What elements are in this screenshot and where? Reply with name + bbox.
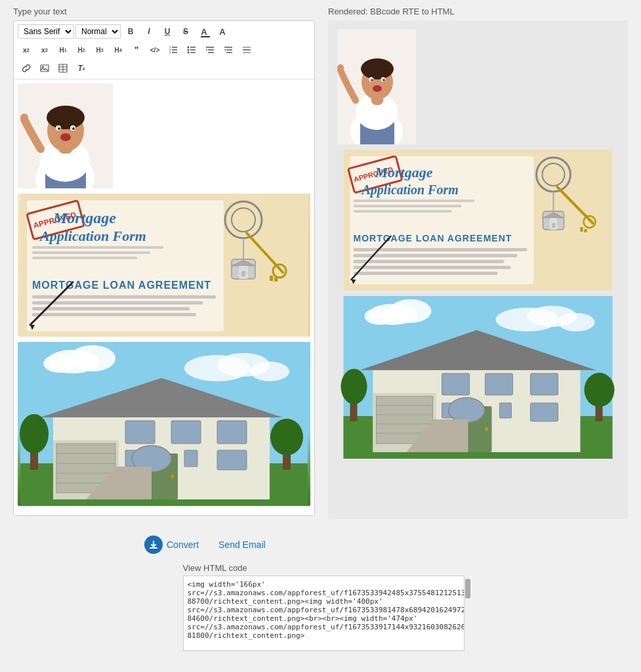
html-code-wrapper <box>183 576 472 653</box>
h4-button[interactable]: H4 <box>110 42 127 58</box>
person-svg-right <box>337 30 416 144</box>
html-code-textarea[interactable] <box>183 576 472 651</box>
font-family-select[interactable]: Sans Serif <box>18 24 74 39</box>
indent-decrease-icon <box>205 45 215 54</box>
ordered-list-icon: 123 <box>169 45 178 54</box>
ordered-list-button[interactable]: 123 <box>165 42 182 58</box>
image-icon <box>40 64 49 73</box>
subscript-button[interactable]: x2 <box>36 42 53 58</box>
svg-text:3: 3 <box>169 51 171 54</box>
svg-point-35 <box>47 106 85 129</box>
svg-point-97 <box>270 419 303 455</box>
svg-rect-50 <box>32 257 137 259</box>
house-svg-right <box>337 296 619 459</box>
font-color-swatch: A <box>201 27 207 37</box>
toolbar: Sans Serif Normal B I U S A A <box>14 21 314 79</box>
svg-rect-130 <box>581 227 583 232</box>
svg-rect-48 <box>32 246 163 249</box>
scrollbar[interactable] <box>464 576 472 651</box>
svg-rect-66 <box>32 313 196 316</box>
svg-rect-131 <box>585 229 587 232</box>
indent-increase-button[interactable] <box>220 42 237 58</box>
svg-rect-89 <box>217 421 247 444</box>
toolbar-row-1: Sans Serif Normal B I U S A A <box>18 24 310 39</box>
house-svg-left <box>18 342 310 506</box>
hr-icon <box>242 45 251 54</box>
unordered-list-icon <box>187 45 196 54</box>
svg-text:MORTGAGE LOAN AGREEMENT: MORTGAGE LOAN AGREEMENT <box>32 280 211 291</box>
h1-button[interactable]: H1 <box>54 42 72 58</box>
svg-rect-88 <box>171 421 201 444</box>
svg-point-41 <box>20 114 28 121</box>
bold-button[interactable]: B <box>122 24 139 39</box>
font-color-button[interactable]: A <box>196 24 213 39</box>
svg-rect-158 <box>442 373 470 395</box>
svg-rect-162 <box>500 403 512 418</box>
toolbar-row-3: Tx <box>18 60 310 76</box>
left-panel: Type your text Sans Serif Normal B I U S <box>13 7 315 522</box>
svg-point-142 <box>390 299 432 323</box>
svg-rect-92 <box>217 450 247 470</box>
image-button[interactable] <box>36 60 53 76</box>
indent-increase-icon <box>224 45 233 54</box>
svg-marker-15 <box>206 49 207 51</box>
highlight-letter: A <box>219 27 225 37</box>
svg-text:MORTGAGE LOAN AGREEMENT: MORTGAGE LOAN AGREEMENT <box>354 233 512 243</box>
code-button[interactable]: </> <box>146 42 163 58</box>
editor-content[interactable]: APPROVED Mortgage Application Form <box>14 79 314 515</box>
rendered-person-image <box>337 30 416 144</box>
blockquote-button[interactable]: " <box>128 42 145 58</box>
svg-point-146 <box>558 313 595 331</box>
download-icon <box>149 540 158 549</box>
svg-point-10 <box>188 49 190 51</box>
highlight-button[interactable]: A <box>214 24 231 39</box>
unordered-list-button[interactable] <box>183 42 200 58</box>
underline-button[interactable]: U <box>159 24 176 39</box>
h3-button[interactable]: H3 <box>91 42 108 58</box>
mortgage-doc-svg-right: APPROVED Mortgage Application Form <box>337 150 619 291</box>
svg-rect-61 <box>274 278 278 282</box>
h2-button[interactable]: H2 <box>73 42 90 58</box>
strikethrough-button[interactable]: S <box>177 24 194 39</box>
scrollbar-thumb <box>465 579 470 598</box>
send-email-button[interactable]: Send Email <box>218 539 266 550</box>
svg-rect-120 <box>354 210 452 213</box>
font-color-letter: A <box>201 27 207 37</box>
convert-icon <box>144 536 163 554</box>
indent-decrease-button[interactable] <box>201 42 218 58</box>
svg-rect-137 <box>354 272 498 275</box>
svg-point-110 <box>383 79 385 81</box>
svg-rect-49 <box>32 251 150 254</box>
toolbar-row-2: x2 x2 H1 H2 H3 H4 " </> 123 <box>18 42 310 58</box>
convert-button[interactable]: Convert <box>144 536 199 554</box>
rich-text-editor[interactable]: Sans Serif Normal B I U S A A <box>13 20 315 516</box>
font-size-select[interactable]: Normal <box>75 24 121 39</box>
editor-person-image <box>18 83 113 188</box>
svg-rect-160 <box>531 373 558 395</box>
svg-text:Application Form: Application Form <box>361 182 459 198</box>
svg-rect-163 <box>531 403 558 421</box>
svg-point-9 <box>188 47 190 49</box>
svg-point-111 <box>337 64 344 71</box>
svg-marker-19 <box>224 49 226 51</box>
html-code-section: View HTML code <box>170 563 472 653</box>
svg-rect-134 <box>354 254 518 257</box>
convert-label: Convert <box>167 539 199 550</box>
person-svg <box>18 83 113 188</box>
superscript-button[interactable]: x2 <box>18 42 35 58</box>
bottom-section: Convert Send Email View HTML code <box>0 529 641 660</box>
svg-rect-60 <box>270 276 273 281</box>
horizontal-rule-button[interactable] <box>238 42 255 58</box>
svg-rect-135 <box>354 260 505 263</box>
right-panel: Rendered: BBcode RTE to HTML <box>328 7 628 522</box>
svg-point-11 <box>188 52 190 54</box>
italic-button[interactable]: I <box>140 24 157 39</box>
link-button[interactable] <box>18 60 35 76</box>
mortgage-doc-svg: APPROVED Mortgage Application Form <box>18 194 310 337</box>
clear-format-button[interactable]: Tx <box>73 60 90 76</box>
svg-point-40 <box>72 127 75 130</box>
table-button[interactable] <box>54 60 72 76</box>
svg-point-168 <box>585 373 615 407</box>
rendered-house-image <box>337 296 619 459</box>
svg-rect-118 <box>354 200 475 202</box>
